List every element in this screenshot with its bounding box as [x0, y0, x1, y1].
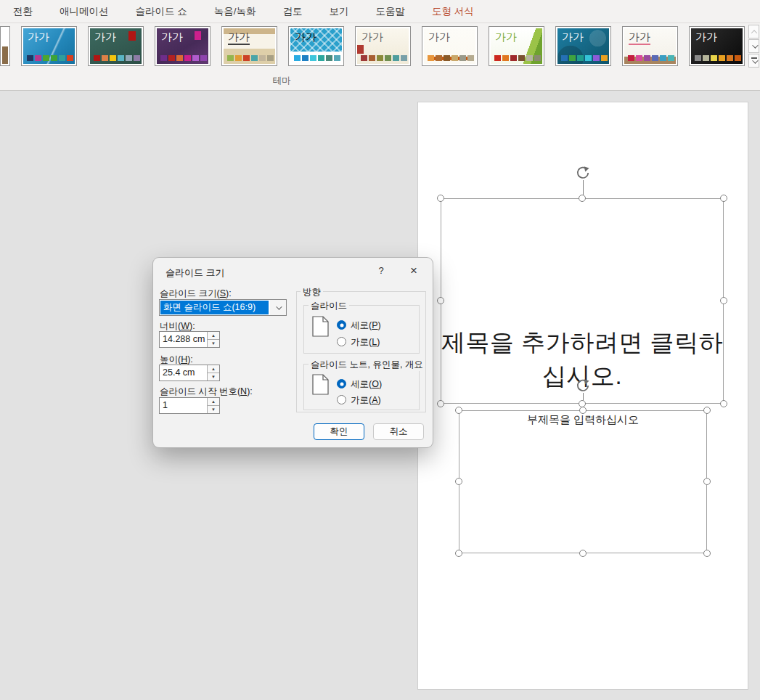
start-number-value: 1 [163, 400, 168, 410]
theme-thumbnail[interactable]: 가가 [489, 26, 544, 66]
help-button[interactable]: ? [375, 265, 388, 278]
height-value: 25.4 cm [163, 367, 195, 378]
number-spin-up-button[interactable]: ▲ [208, 398, 219, 406]
selection-handle[interactable] [703, 550, 711, 557]
theme-label: 가가 [629, 30, 650, 45]
theme-thumbnail[interactable]: 가가 [155, 26, 211, 66]
theme-swatches [27, 55, 73, 61]
ribbon-tab-review[interactable]: 검토 [283, 5, 303, 18]
theme-gallery: 가가 가가 가가 가가 가가 가가 가가 가가 가가 가가 가가 [0, 26, 745, 67]
theme-label: 가가 [228, 30, 250, 45]
theme-thumbnail[interactable]: 가가 [355, 26, 411, 66]
ribbon-themes-group: 가가 가가 가가 가가 가가 가가 가가 가가 가가 가가 가가 [0, 23, 760, 69]
selection-handle[interactable] [720, 400, 727, 407]
theme-thumbnail[interactable]: 가가 [689, 26, 745, 66]
ribbon-tab-transitions[interactable]: 전환 [13, 5, 33, 18]
selection-handle[interactable] [579, 195, 586, 202]
notes-landscape-label[interactable]: 가로(A) [351, 394, 381, 407]
theme-thumbnail[interactable]: 가가 [221, 26, 277, 66]
selection-handle[interactable] [437, 400, 444, 407]
chevron-down-icon [276, 304, 282, 309]
portrait-page-icon [312, 316, 329, 337]
selection-handle[interactable] [579, 550, 587, 557]
height-input[interactable]: 25.4 cm ▲▼ [159, 365, 220, 381]
number-spin-down-button[interactable]: ▼ [208, 406, 219, 413]
theme-thumbnail[interactable]: 가가 [555, 26, 611, 66]
ok-button[interactable]: 확인 [314, 423, 364, 440]
theme-label: 가가 [562, 30, 584, 44]
slide-landscape-radio[interactable] [337, 337, 346, 346]
selection-handle[interactable] [579, 407, 587, 414]
selection-handle[interactable] [437, 297, 444, 304]
notes-orientation-group-label: 슬라이드 노트, 유인물, 개요 [309, 359, 425, 371]
width-spin-up-button[interactable]: ▲ [208, 332, 219, 340]
ribbon-tab-slideshow[interactable]: 슬라이드 쇼 [136, 5, 187, 18]
theme-swatches [494, 55, 541, 61]
theme-swatches [94, 55, 140, 61]
selection-handle[interactable] [703, 407, 711, 414]
selection-handle[interactable] [703, 478, 711, 485]
theme-thumbnail[interactable]: 가가 [622, 26, 678, 66]
slide-size-select[interactable]: 화면 슬라이드 쇼(16:9) [159, 299, 287, 316]
theme-swatches [294, 55, 340, 61]
width-spin-down-button[interactable]: ▼ [208, 340, 219, 347]
theme-thumbnail[interactable]: 가가 [88, 26, 144, 66]
theme-thumbnail[interactable]: 가가 [21, 26, 77, 66]
height-spin-up-button[interactable]: ▲ [208, 365, 219, 373]
theme-swatches [695, 55, 741, 61]
theme-swatches [227, 55, 274, 61]
subtitle-placeholder-text[interactable]: 부제목을 입력하십시오 [459, 413, 707, 427]
ribbon-tab-view[interactable]: 보기 [330, 5, 349, 18]
width-input[interactable]: 14.288 cm ▲▼ [159, 331, 220, 348]
rotate-handle-icon[interactable] [576, 166, 590, 180]
gallery-more-button[interactable] [748, 54, 759, 68]
slide-size-selected-value: 화면 슬라이드 쇼(16:9) [160, 301, 269, 314]
theme-label: 가가 [428, 30, 450, 44]
selection-handle[interactable] [720, 195, 727, 202]
selection-handle[interactable] [720, 297, 727, 304]
dialog-title: 슬라이드 크기 [166, 266, 225, 280]
chevron-down-icon [752, 42, 758, 48]
theme-swatches [628, 55, 674, 61]
theme-label: 가가 [295, 30, 316, 44]
slide-portrait-radio[interactable] [337, 320, 346, 330]
selection-handle[interactable] [455, 550, 462, 557]
themes-group-label: 테마 [273, 75, 291, 87]
notes-portrait-radio[interactable] [337, 379, 346, 388]
selection-handle[interactable] [455, 478, 462, 485]
slide-portrait-label[interactable]: 세로(P) [351, 320, 381, 332]
rotate-handle-icon[interactable] [576, 378, 590, 393]
theme-label: 가가 [161, 30, 183, 44]
theme-swatches [160, 55, 207, 61]
start-number-label: 슬라이드 시작 번호(N): [160, 386, 253, 398]
theme-label: 가가 [94, 30, 116, 44]
notes-landscape-radio[interactable] [337, 395, 346, 404]
gallery-scroll-controls [748, 25, 759, 68]
theme-thumbnail[interactable]: 가가 [288, 26, 344, 66]
theme-label: 가가 [695, 30, 717, 44]
height-spin-down-button[interactable]: ▼ [208, 373, 219, 380]
theme-label: 가가 [28, 30, 49, 44]
subtitle-placeholder[interactable] [459, 410, 707, 553]
start-number-input[interactable]: 1 ▲▼ [159, 397, 220, 414]
ribbon-tab-shape-format[interactable]: 도형 서식 [432, 5, 474, 18]
theme-swatches [561, 55, 608, 61]
powerpoint-window: 전환 애니메이션 슬라이드 쇼 녹음/녹화 검토 보기 도움말 도형 서식 가가… [0, 0, 760, 700]
ribbon-tab-help[interactable]: 도움말 [376, 5, 406, 18]
ribbon-tab-animations[interactable]: 애니메이션 [60, 5, 109, 18]
notes-portrait-label[interactable]: 세로(O) [351, 378, 382, 391]
combo-dropdown-button[interactable] [270, 300, 286, 315]
theme-thumbnail[interactable] [0, 26, 10, 66]
gallery-scroll-down-button[interactable] [748, 39, 759, 53]
slide-landscape-label[interactable]: 가로(L) [351, 336, 380, 349]
selection-handle[interactable] [455, 407, 462, 414]
ribbon-tab-record[interactable]: 녹음/녹화 [214, 5, 256, 18]
selection-handle[interactable] [437, 195, 444, 202]
cancel-button[interactable]: 취소 [373, 423, 424, 440]
theme-thumbnail[interactable]: 가가 [422, 26, 478, 66]
close-button[interactable]: × [406, 263, 422, 279]
theme-swatches [428, 55, 474, 61]
gallery-scroll-up-button[interactable] [748, 25, 759, 38]
slide-orientation-group-label: 슬라이드 [309, 300, 349, 312]
width-value: 14.288 cm [163, 334, 205, 344]
